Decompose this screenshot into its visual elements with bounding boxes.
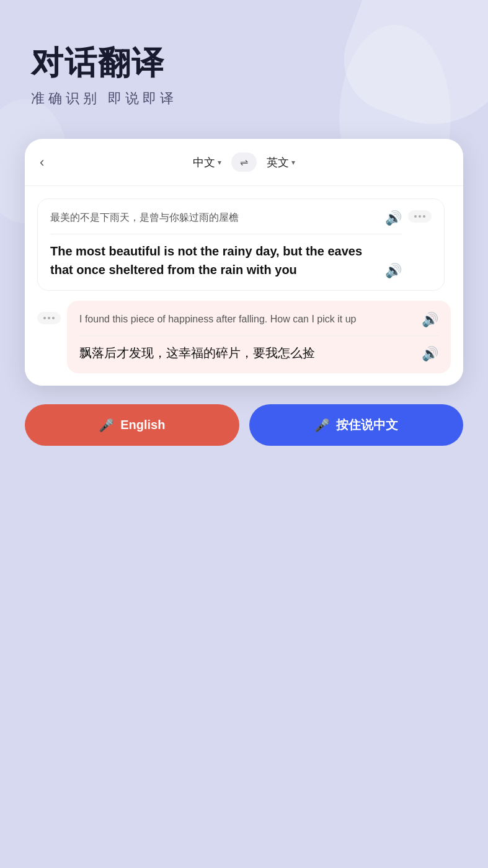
main-card: ‹ 中文 ▾ ⇌ 英文 ▾ 最美的不是下雨天，是曾与你躲过雨的屋檐 🔊 xyxy=(25,139,463,386)
dot5 xyxy=(48,317,50,319)
chinese-mic-icon: 🎤 xyxy=(314,418,330,433)
lang-from-button[interactable]: 中文 ▾ xyxy=(193,155,221,170)
speak-chinese-button[interactable]: 🎤 按住说中文 xyxy=(249,404,464,446)
lang-to-label: 英文 xyxy=(267,155,289,170)
msg2-more-dots xyxy=(43,317,55,319)
lang-to-button[interactable]: 英文 ▾ xyxy=(267,155,295,170)
msg1-sound-icon[interactable]: 🔊 xyxy=(385,210,402,226)
english-button-label: English xyxy=(120,418,165,432)
language-toolbar: ‹ 中文 ▾ ⇌ 英文 ▾ xyxy=(25,139,463,186)
swap-languages-button[interactable]: ⇌ xyxy=(231,153,257,172)
msg1-more-dots xyxy=(414,215,425,218)
dot3 xyxy=(423,215,425,218)
dot6 xyxy=(52,317,55,319)
header: 对话翻译 准确识别 即说即译 xyxy=(0,0,488,126)
msg2-divider xyxy=(79,335,438,336)
dot2 xyxy=(419,215,421,218)
msg2-translation-sound-icon[interactable]: 🔊 xyxy=(422,346,438,362)
english-mic-icon: 🎤 xyxy=(99,418,114,433)
lang-from-arrow: ▾ xyxy=(218,158,221,167)
message-bubble-1: 最美的不是下雨天，是曾与你躲过雨的屋檐 🔊 The most beautiful… xyxy=(37,198,445,291)
msg1-translation-sound-icon[interactable]: 🔊 xyxy=(385,263,402,279)
msg2-sound-icon[interactable]: 🔊 xyxy=(422,312,438,328)
speak-english-button[interactable]: 🎤 English xyxy=(25,404,239,446)
msg1-translation: The most beautiful is not the rainy day,… xyxy=(50,242,380,279)
msg1-divider xyxy=(50,234,402,234)
back-button[interactable]: ‹ xyxy=(40,154,44,170)
message-bubble-2: I found this piece of happiness after fa… xyxy=(67,301,451,373)
msg1-text-section: 最美的不是下雨天，是曾与你躲过雨的屋檐 🔊 The most beautiful… xyxy=(50,210,402,279)
dot4 xyxy=(43,317,46,319)
chinese-button-label: 按住说中文 xyxy=(336,417,398,433)
message-row-2: I found this piece of happiness after fa… xyxy=(37,301,451,373)
chat-area: 最美的不是下雨天，是曾与你躲过雨的屋檐 🔊 The most beautiful… xyxy=(25,186,463,386)
msg1-more-button[interactable] xyxy=(408,210,432,223)
msg2-more-button[interactable] xyxy=(37,312,61,324)
msg1-original: 最美的不是下雨天，是曾与你躲过雨的屋檐 xyxy=(50,210,239,225)
bottom-buttons-area: 🎤 English 🎤 按住说中文 xyxy=(0,386,488,471)
dot1 xyxy=(414,215,417,218)
msg2-translation: 飘落后才发现，这幸福的碎片，要我怎么捡 xyxy=(79,343,315,362)
lang-to-arrow: ▾ xyxy=(291,158,295,167)
page-subtitle: 准确识别 即说即译 xyxy=(31,89,457,108)
msg2-original: I found this piece of happiness after fa… xyxy=(79,312,356,327)
page-title: 对话翻译 xyxy=(31,43,457,82)
lang-from-label: 中文 xyxy=(193,155,215,170)
